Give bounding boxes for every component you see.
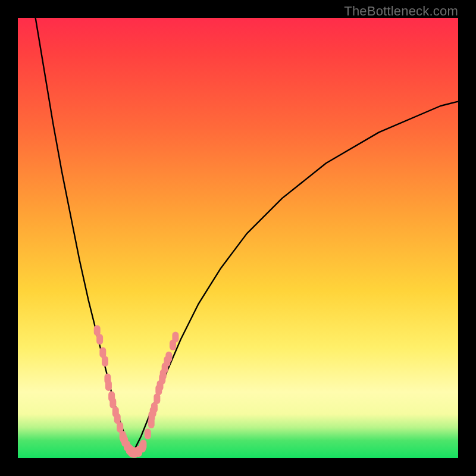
curves-svg: [18, 18, 458, 458]
scatter-marker: [102, 356, 108, 367]
curve-right-curve: [132, 102, 458, 454]
plot-area: [18, 18, 458, 458]
curve-left-curve: [36, 18, 133, 454]
scatter-marker: [145, 428, 151, 439]
scatter-marker: [96, 334, 103, 345]
scatter-marker: [172, 332, 178, 343]
scatter-marker: [165, 352, 172, 362]
scatter-marker: [140, 440, 146, 450]
watermark-text: TheBottleneck.com: [344, 4, 458, 19]
scatter-marker: [105, 380, 112, 391]
chart-frame: TheBottleneck.com: [0, 0, 476, 476]
